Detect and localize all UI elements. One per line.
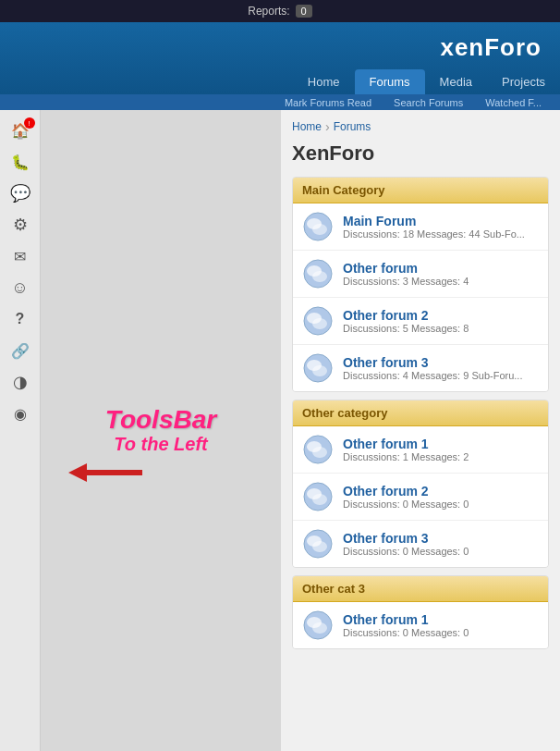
forum-icon (302, 258, 334, 289)
forum-info: Main Forum Discussions: 18 Messages: 44 … (343, 214, 539, 240)
reports-label: Reports: (248, 5, 289, 18)
forum-info: Other forum 1 Discussions: 0 Messages: 0 (343, 612, 539, 638)
forum-row: Other forum 1 Discussions: 1 Messages: 2 (293, 426, 548, 474)
forum-meta: Discussions: 0 Messages: 0 (343, 627, 539, 638)
toolbar-badge: ! (24, 117, 35, 129)
toolbar-sublabel: To the Left (105, 434, 216, 455)
top-bar: Reports: 0 (0, 0, 560, 22)
toolbar-feed[interactable]: ◉ (4, 399, 37, 428)
svg-point-15 (312, 447, 327, 458)
forum-info: Other forum Discussions: 3 Messages: 4 (343, 261, 539, 287)
forum-info: Other forum 1 Discussions: 1 Messages: 2 (343, 437, 539, 462)
bug-icon: 🐛 (11, 154, 30, 171)
category-other: Other category Other forum 1 Discussions… (292, 400, 549, 568)
toolbar-settings[interactable]: ⚙ (4, 210, 37, 240)
forum-meta: Discussions: 18 Messages: 44 Sub-Fo... (343, 228, 539, 240)
category-other3-header: Other cat 3 (293, 576, 548, 602)
breadcrumb-home[interactable]: Home (292, 120, 322, 133)
tab-media[interactable]: Media (425, 69, 487, 94)
svg-point-3 (312, 224, 327, 235)
watched-forums[interactable]: Watched F... (476, 95, 551, 110)
svg-point-24 (312, 622, 327, 634)
forum-row: Other forum 1 Discussions: 0 Messages: 0 (293, 602, 548, 648)
category-other3: Other cat 3 Other forum 1 Discussions: 0… (292, 575, 549, 649)
category-main-header: Main Category (293, 178, 548, 203)
toolbar-chat[interactable]: 💬 (4, 179, 37, 208)
mark-forums-read[interactable]: Mark Forums Read (275, 95, 381, 110)
forum-name[interactable]: Other forum 1 (343, 437, 539, 451)
forum-name[interactable]: Other forum (343, 261, 539, 276)
tab-forums[interactable]: Forums (355, 69, 425, 94)
chart-icon: ◑ (13, 372, 28, 392)
smile-icon: ☺ (11, 278, 28, 298)
forum-icon (302, 305, 334, 337)
forum-row: Other forum Discussions: 3 Messages: 4 (293, 251, 548, 298)
logo-suffix: Foro (484, 33, 542, 61)
center-area: ToolsBar To the Left (41, 110, 281, 751)
svg-point-9 (312, 318, 327, 329)
category-main: Main Category Main Forum Discussions: 18… (292, 177, 549, 392)
reports-count: 0 (296, 5, 312, 18)
left-toolbar: 🏠 ! 🐛 💬 ⚙ ✉ ☺ ? 🔗 ◑ ◉ (0, 110, 41, 751)
forum-info: Other forum 3 Discussions: 4 Messages: 9… (343, 355, 539, 381)
toolbar-home[interactable]: 🏠 ! (4, 116, 37, 145)
right-content: Home › Forums XenForo Main Category Main… (281, 110, 560, 751)
header: xenForo Home Forums Media Projects Mark … (0, 22, 560, 110)
toolbar-smile[interactable]: ☺ (4, 273, 37, 302)
toolbar-mail[interactable]: ✉ (4, 241, 37, 271)
forum-meta: Discussions: 0 Messages: 0 (343, 499, 539, 510)
svg-point-18 (312, 494, 327, 505)
toolbar-link[interactable]: 🔗 (4, 336, 37, 365)
mail-icon: ✉ (14, 248, 26, 265)
forum-info: Other forum 2 Discussions: 5 Messages: 8 (343, 308, 539, 334)
nav-tabs: Home Forums Media Projects (0, 69, 560, 94)
forum-row: Other forum 3 Discussions: 0 Messages: 0 (293, 521, 548, 567)
forum-meta: Discussions: 4 Messages: 9 Sub-Foru... (343, 370, 539, 381)
tab-projects[interactable]: Projects (487, 69, 560, 94)
logo-area: xenForo (0, 22, 560, 66)
tab-home[interactable]: Home (293, 69, 355, 94)
forum-row: Other forum 2 Discussions: 0 Messages: 0 (293, 474, 548, 521)
toolbar-bug[interactable]: 🐛 (4, 147, 37, 177)
settings-icon: ⚙ (13, 215, 28, 235)
breadcrumb-forums[interactable]: Forums (334, 120, 371, 133)
category-other-header: Other category (293, 400, 548, 426)
page-title: XenForo (292, 142, 549, 166)
link-icon: 🔗 (11, 342, 30, 360)
help-icon: ? (16, 311, 25, 327)
forum-icon (302, 211, 334, 242)
logo-prefix: xen (440, 33, 484, 61)
forum-icon (302, 481, 334, 512)
breadcrumb-sep: › (325, 119, 330, 134)
forum-name[interactable]: Main Forum (343, 214, 539, 228)
forum-icon (302, 528, 334, 560)
toolbar-title: ToolsBar (105, 406, 216, 435)
forum-name[interactable]: Other forum 3 (343, 355, 539, 370)
svg-point-6 (312, 271, 327, 282)
forum-meta: Discussions: 3 Messages: 4 (343, 276, 539, 287)
forum-icon (302, 352, 334, 384)
forum-name[interactable]: Other forum 1 (343, 612, 539, 627)
forum-name[interactable]: Other forum 2 (343, 308, 539, 323)
feed-icon: ◉ (14, 405, 27, 423)
forum-row: Other forum 3 Discussions: 4 Messages: 9… (293, 345, 548, 391)
arrow (68, 459, 142, 490)
search-forums[interactable]: Search Forums (384, 95, 472, 110)
main-layout: 🏠 ! 🐛 💬 ⚙ ✉ ☺ ? 🔗 ◑ ◉ (0, 110, 560, 751)
svg-point-21 (312, 541, 327, 552)
forum-icon (302, 609, 334, 641)
forum-info: Other forum 3 Discussions: 0 Messages: 0 (343, 531, 539, 557)
forum-name[interactable]: Other forum 3 (343, 531, 539, 546)
svg-marker-0 (68, 463, 142, 482)
forum-info: Other forum 2 Discussions: 0 Messages: 0 (343, 484, 539, 510)
forum-meta: Discussions: 0 Messages: 0 (343, 546, 539, 557)
forum-name[interactable]: Other forum 2 (343, 484, 539, 499)
toolbar-help[interactable]: ? (4, 304, 37, 334)
svg-point-12 (312, 365, 327, 376)
toolbar-chart[interactable]: ◑ (4, 367, 37, 397)
sub-nav: Mark Forums Read Search Forums Watched F… (0, 94, 560, 110)
forum-row: Other forum 2 Discussions: 5 Messages: 8 (293, 298, 548, 345)
toolbar-label: ToolsBar To the Left (105, 406, 216, 456)
chat-icon: 💬 (10, 183, 30, 203)
forum-meta: Discussions: 1 Messages: 2 (343, 451, 539, 462)
